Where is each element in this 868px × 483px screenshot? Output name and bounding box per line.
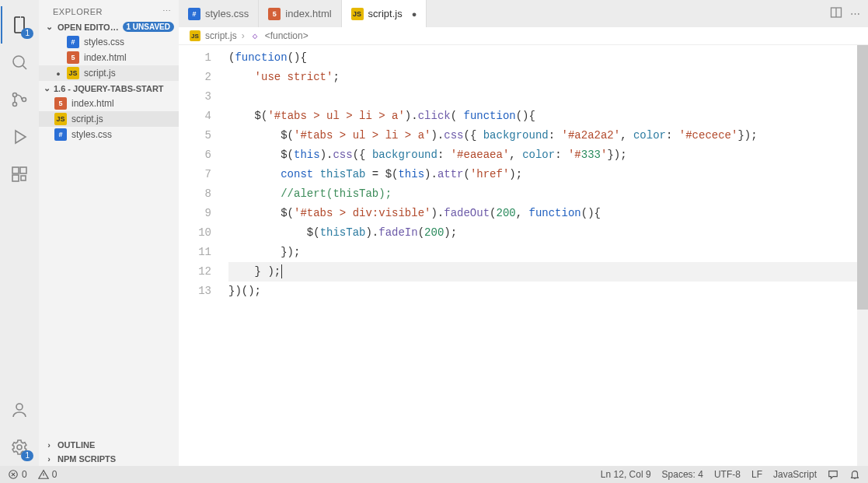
open-editors-header[interactable]: ⌄ OPEN EDITO… 1 UNSAVED xyxy=(39,19,179,34)
tab-index-html[interactable]: 5 index.html xyxy=(259,0,341,27)
css-file-icon: # xyxy=(67,36,79,48)
tab-label: script.js xyxy=(368,8,403,19)
status-errors[interactable]: 0 xyxy=(8,469,27,480)
symbol-method-icon: ◇ xyxy=(249,30,260,41)
activity-settings[interactable]: 1 xyxy=(1,429,38,466)
html-file-icon: 5 xyxy=(67,51,79,64)
html-file-icon: 5 xyxy=(54,97,67,110)
svg-point-1 xyxy=(13,93,17,97)
sidebar: EXPLORER ⋯ ⌄ OPEN EDITO… 1 UNSAVED # sty… xyxy=(39,0,179,466)
svg-point-3 xyxy=(23,98,26,102)
svg-point-9 xyxy=(17,445,22,450)
line-number-gutter: 12345678910111213 xyxy=(179,45,222,466)
svg-rect-6 xyxy=(12,175,19,181)
file-name: script.js xyxy=(71,114,103,124)
dirty-indicator: ● xyxy=(412,9,417,19)
js-file-icon: JS xyxy=(351,8,364,20)
svg-rect-4 xyxy=(12,167,19,173)
outline-header[interactable]: › OUTLINE xyxy=(39,438,179,452)
activity-explorer[interactable]: 1 xyxy=(1,6,38,44)
activity-search[interactable] xyxy=(1,44,38,81)
activity-extensions[interactable] xyxy=(1,156,38,193)
chevron-right-icon: › xyxy=(44,454,54,464)
editor-area: # styles.css 5 index.html JS script.js ●… xyxy=(179,0,868,466)
activity-account[interactable] xyxy=(1,391,38,429)
unsaved-badge: 1 UNSAVED xyxy=(123,22,175,32)
html-file-icon: 5 xyxy=(268,8,281,20)
settings-badge: 1 xyxy=(21,450,33,461)
breadcrumb-symbol: <function> xyxy=(265,30,309,41)
editor-body[interactable]: 12345678910111213 (function(){ 'use stri… xyxy=(179,45,868,466)
overview-ruler[interactable] xyxy=(857,45,868,466)
status-cursor-position[interactable]: Ln 12, Col 9 xyxy=(601,469,651,480)
explorer-badge: 1 xyxy=(21,28,33,39)
activity-bar: 1 1 xyxy=(0,0,39,466)
file-item[interactable]: # styles.css xyxy=(39,127,179,142)
scrollbar-thumb[interactable] xyxy=(857,45,868,310)
js-file-icon: JS xyxy=(67,67,79,79)
open-editor-item[interactable]: 5 index.html xyxy=(39,50,179,65)
file-name: styles.css xyxy=(84,37,124,47)
split-editor-icon[interactable] xyxy=(830,6,842,21)
open-editors-label: OPEN EDITO… xyxy=(58,23,119,32)
status-bar: 0 0 Ln 12, Col 9 Spaces: 4 UTF-8 LF Java… xyxy=(0,466,868,483)
css-file-icon: # xyxy=(54,128,67,141)
status-notifications-icon[interactable] xyxy=(849,469,860,480)
svg-point-2 xyxy=(13,103,17,107)
sidebar-title: EXPLORER xyxy=(53,7,103,16)
file-name: index.html xyxy=(84,52,127,63)
status-language[interactable]: JavaScript xyxy=(773,469,817,480)
more-actions-icon[interactable]: ⋯ xyxy=(850,8,860,19)
activity-source-control[interactable] xyxy=(1,81,38,118)
tab-script-js[interactable]: JS script.js ● xyxy=(342,0,427,27)
chevron-right-icon: › xyxy=(44,440,54,450)
status-warnings[interactable]: 0 xyxy=(38,469,58,480)
open-editor-item[interactable]: # styles.css xyxy=(39,34,179,50)
dirty-indicator xyxy=(54,68,62,79)
file-name: index.html xyxy=(71,98,114,109)
open-editor-item[interactable]: JS script.js xyxy=(39,65,179,81)
sidebar-more-icon[interactable]: ⋯ xyxy=(162,6,172,16)
file-item[interactable]: 5 index.html xyxy=(39,96,179,111)
npm-scripts-header[interactable]: › NPM SCRIPTS xyxy=(39,452,179,466)
svg-rect-5 xyxy=(20,167,26,173)
chevron-down-icon: ⌄ xyxy=(44,83,51,93)
file-name: styles.css xyxy=(71,129,112,140)
js-file-icon: JS xyxy=(190,30,200,41)
code-content[interactable]: (function(){ 'use strict'; $('#tabs > ul… xyxy=(222,45,868,466)
folder-label: 1.6 - JQUERY-TABS-START xyxy=(54,84,164,93)
file-item[interactable]: JS script.js xyxy=(39,111,179,127)
status-indentation[interactable]: Spaces: 4 xyxy=(662,469,703,480)
svg-point-8 xyxy=(16,404,23,410)
file-name: script.js xyxy=(84,68,116,79)
folder-header[interactable]: ⌄ 1.6 - JQUERY-TABS-START xyxy=(39,81,179,96)
tab-label: styles.css xyxy=(205,8,249,19)
status-eol[interactable]: LF xyxy=(751,469,762,480)
breadcrumb-separator-icon: › xyxy=(242,30,245,41)
svg-rect-7 xyxy=(21,176,26,180)
outline-label: OUTLINE xyxy=(58,440,95,450)
npm-scripts-label: NPM SCRIPTS xyxy=(58,454,116,464)
tab-label: index.html xyxy=(285,8,331,19)
svg-point-0 xyxy=(13,56,24,67)
breadcrumb[interactable]: JS script.js › ◇ <function> xyxy=(179,27,868,45)
chevron-down-icon: ⌄ xyxy=(44,22,54,32)
status-encoding[interactable]: UTF-8 xyxy=(714,469,741,480)
breadcrumb-file: script.js xyxy=(205,30,237,41)
status-feedback-icon[interactable] xyxy=(828,469,838,480)
css-file-icon: # xyxy=(188,8,200,20)
js-file-icon: JS xyxy=(54,113,67,125)
activity-run-debug[interactable] xyxy=(1,118,38,156)
tab-bar: # styles.css 5 index.html JS script.js ●… xyxy=(179,0,868,27)
tab-styles-css[interactable]: # styles.css xyxy=(179,0,259,27)
